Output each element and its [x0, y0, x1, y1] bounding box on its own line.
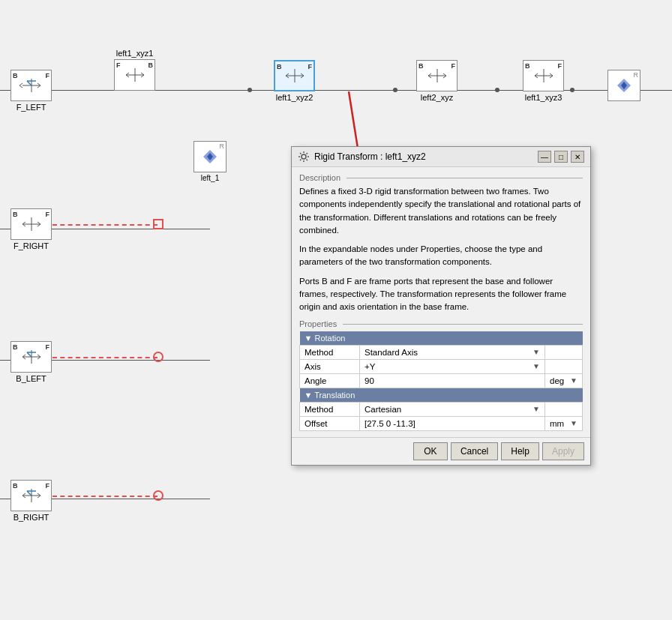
f-right-label: F_RIGHT: [14, 241, 49, 250]
port-b-label5: B: [525, 62, 530, 70]
b-right-label: B_RIGHT: [14, 513, 50, 522]
port-f-bleft: F: [46, 343, 50, 351]
dashed-line-fright: [52, 224, 158, 226]
translation-offset-unit-dropdown[interactable]: ▼: [570, 419, 578, 427]
modal-title-text: Rigid Transform : left1_xyz2: [314, 151, 426, 162]
modal-titlebar: Rigid Transform : left1_xyz2 — □ ✕: [292, 147, 590, 167]
description-para-1: Defines a fixed 3-D rigid transformation…: [299, 185, 583, 237]
translation-offset-row: Offset [27.5 0 -11.3] mm ▼: [300, 417, 583, 431]
subsys-label-1: left_1: [201, 174, 219, 182]
port-b-label2: B: [148, 61, 154, 69]
description-header-line: Description: [299, 173, 583, 182]
port-b-bright: B: [13, 482, 18, 490]
port-f-fright: F: [46, 211, 50, 218]
rotation-group-label: Rotation: [314, 334, 345, 343]
modal-dialog: Rigid Transform : left1_xyz2 — □ ✕ Descr…: [291, 146, 591, 466]
rotation-method-name: Method: [300, 346, 360, 360]
block-f-left[interactable]: B F F_LEFT: [10, 70, 52, 112]
port-b-fright: B: [13, 211, 18, 218]
translation-group-label: Translation: [314, 391, 355, 400]
connector-dot-4: [570, 88, 574, 92]
rotation-angle-unit[interactable]: deg ▼: [545, 374, 583, 388]
transform-svg-bright: [20, 486, 44, 505]
dashed-circle-bright: [153, 490, 164, 501]
rotation-angle-row: Angle 90 deg ▼: [300, 374, 583, 388]
translation-method-unit: [545, 403, 583, 417]
gear-icon: [298, 151, 310, 163]
translation-group-header[interactable]: ▼ Translation: [300, 388, 583, 403]
translation-offset-name: Offset: [300, 417, 360, 431]
port-f-label3: F: [308, 63, 313, 70]
block-left1-xyz1[interactable]: left1_xyz1 F B: [114, 47, 155, 91]
modal-title-controls: — □ ✕: [538, 151, 584, 163]
rotation-angle-unit-dropdown[interactable]: ▼: [570, 376, 578, 385]
description-rule: [346, 178, 583, 178]
properties-table: ▼ Rotation Method Standard Axis ▼: [299, 331, 583, 431]
modal-footer: OK Cancel Help Apply: [292, 437, 590, 465]
block-f-right[interactable]: B F F_RIGHT: [10, 208, 52, 250]
transform-svg-bleft: [20, 347, 44, 367]
dashed-line-bleft: [52, 357, 158, 358]
f-left-label: F_LEFT: [16, 103, 46, 112]
help-button[interactable]: Help: [501, 442, 539, 460]
translation-offset-unit[interactable]: mm ▼: [545, 417, 583, 431]
translation-offset-value[interactable]: [27.5 0 -11.3]: [360, 417, 545, 431]
minimize-button[interactable]: —: [538, 151, 551, 163]
dashed-line-bright: [52, 496, 158, 497]
svg-line-3: [27, 81, 32, 85]
left1-xyz2-label: left1_xyz2: [276, 93, 314, 102]
port-f-label5: F: [558, 62, 562, 70]
rotation-angle-name: Angle: [300, 374, 360, 388]
b-left-label: B_LEFT: [16, 374, 46, 383]
block-left1-xyz3[interactable]: B F left1_xyz3: [523, 60, 564, 102]
rotation-method-value[interactable]: Standard Axis ▼: [360, 346, 545, 360]
port-f-label: F: [46, 72, 50, 79]
cancel-button[interactable]: Cancel: [451, 442, 498, 460]
transform-svg-icon2: [123, 65, 147, 85]
block-b-right[interactable]: B F B_RIGHT: [10, 480, 52, 522]
port-f-bright: F: [46, 482, 50, 490]
connector-dot-3: [495, 88, 500, 92]
dashed-circle-bleft: [153, 352, 164, 362]
transform-svg-icon3: [283, 66, 307, 85]
properties-header-label: Properties: [299, 319, 340, 328]
subsystem-block-2[interactable]: R: [608, 70, 640, 101]
translation-method-row: Method Cartesian ▼: [300, 403, 583, 417]
svg-line-25: [27, 491, 32, 496]
description-para-2: In the expandable nodes under Properties…: [299, 243, 583, 269]
translation-collapse-icon: ▼: [304, 391, 313, 400]
connector-dot-1: [248, 88, 252, 92]
description-header-label: Description: [299, 173, 344, 182]
description-para-3: Ports B and F are frame ports that repre…: [299, 275, 583, 314]
apply-button[interactable]: Apply: [542, 442, 584, 460]
ok-button[interactable]: OK: [413, 442, 448, 460]
port-b-label4: B: [418, 62, 424, 70]
connector-dot-2: [393, 88, 398, 92]
rotation-axis-value[interactable]: +Y ▼: [360, 360, 545, 374]
translation-method-dropdown[interactable]: ▼: [532, 405, 540, 413]
rotation-axis-dropdown[interactable]: ▼: [532, 362, 540, 370]
left2-xyz-label: left2_xyz: [421, 93, 453, 102]
rotation-method-unit: [545, 346, 583, 360]
rotation-angle-value[interactable]: 90: [360, 374, 545, 388]
port-b-bleft: B: [13, 343, 18, 351]
restore-button[interactable]: □: [554, 151, 568, 163]
rotation-method-dropdown[interactable]: ▼: [532, 348, 540, 356]
description-section: Description Defines a fixed 3-D rigid tr…: [299, 173, 583, 313]
rotation-group-header[interactable]: ▼ Rotation: [300, 331, 583, 346]
block-b-left[interactable]: B F B_LEFT: [10, 341, 52, 383]
transform-svg-icon5: [532, 66, 556, 85]
modal-body: Description Defines a fixed 3-D rigid tr…: [292, 167, 590, 437]
subsys-icon2: [614, 76, 634, 95]
translation-method-value[interactable]: Cartesian ▼: [360, 403, 545, 417]
subsystem-block-1[interactable]: R left_1: [194, 141, 226, 182]
svg-point-28: [302, 154, 306, 159]
block-left1-xyz2[interactable]: B F left1_xyz2: [274, 60, 315, 102]
left1-xyz1-top-label: left1_xyz1: [116, 49, 154, 58]
block-left2-xyz[interactable]: B F left2_xyz: [416, 60, 458, 102]
properties-header-line: Properties: [299, 319, 583, 328]
port-b-label: B: [13, 72, 18, 79]
translation-method-name: Method: [300, 403, 360, 417]
close-button[interactable]: ✕: [571, 151, 584, 163]
subsys-r-label2: R: [634, 71, 639, 79]
